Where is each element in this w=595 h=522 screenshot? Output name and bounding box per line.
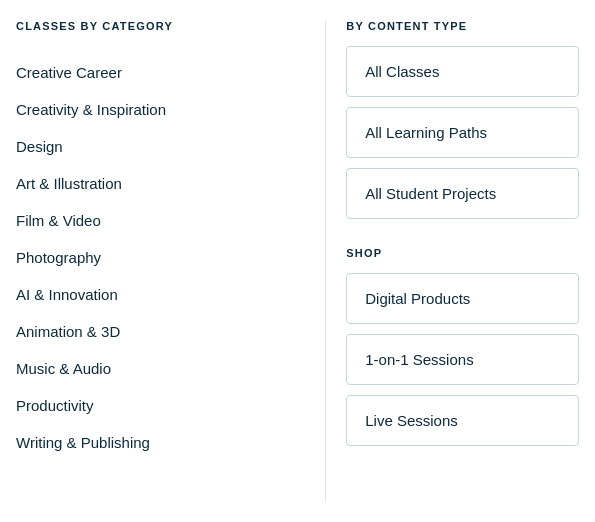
list-item: Animation & 3D: [16, 313, 295, 350]
list-item: Creative Career: [16, 54, 295, 91]
category-link[interactable]: Productivity: [16, 387, 295, 424]
category-link[interactable]: Photography: [16, 239, 295, 276]
list-item: Writing & Publishing: [16, 424, 295, 461]
category-link[interactable]: Design: [16, 128, 295, 165]
content-type-button[interactable]: All Student Projects: [346, 168, 579, 219]
list-item: Art & Illustration: [16, 165, 295, 202]
main-container: CLASSES BY CATEGORY Creative CareerCreat…: [0, 0, 595, 522]
shop-button[interactable]: 1-on-1 Sessions: [346, 334, 579, 385]
list-item: Creativity & Inspiration: [16, 91, 295, 128]
list-item: Music & Audio: [16, 350, 295, 387]
category-link[interactable]: Creativity & Inspiration: [16, 91, 295, 128]
shop-button[interactable]: Live Sessions: [346, 395, 579, 446]
list-item: Film & Video: [16, 202, 295, 239]
list-item: AI & Innovation: [16, 276, 295, 313]
list-item: Design: [16, 128, 295, 165]
content-type-title: BY CONTENT TYPE: [346, 20, 579, 32]
shop-buttons: Digital Products1-on-1 SessionsLive Sess…: [346, 273, 579, 446]
list-item: Productivity: [16, 387, 295, 424]
category-link[interactable]: Writing & Publishing: [16, 424, 295, 461]
category-link[interactable]: Creative Career: [16, 54, 295, 91]
category-link[interactable]: Animation & 3D: [16, 313, 295, 350]
category-list: Creative CareerCreativity & InspirationD…: [16, 54, 295, 461]
shop-section: SHOP Digital Products1-on-1 SessionsLive…: [346, 247, 579, 446]
left-column: CLASSES BY CATEGORY Creative CareerCreat…: [16, 20, 315, 502]
category-link[interactable]: Art & Illustration: [16, 165, 295, 202]
column-divider: [325, 20, 326, 502]
classes-category-title: CLASSES BY CATEGORY: [16, 20, 295, 32]
shop-button[interactable]: Digital Products: [346, 273, 579, 324]
content-type-button[interactable]: All Learning Paths: [346, 107, 579, 158]
content-type-button[interactable]: All Classes: [346, 46, 579, 97]
right-column: BY CONTENT TYPE All ClassesAll Learning …: [336, 20, 579, 502]
shop-title: SHOP: [346, 247, 579, 259]
content-type-section: BY CONTENT TYPE All ClassesAll Learning …: [346, 20, 579, 219]
content-type-buttons: All ClassesAll Learning PathsAll Student…: [346, 46, 579, 219]
category-link[interactable]: AI & Innovation: [16, 276, 295, 313]
category-link[interactable]: Music & Audio: [16, 350, 295, 387]
category-link[interactable]: Film & Video: [16, 202, 295, 239]
list-item: Photography: [16, 239, 295, 276]
